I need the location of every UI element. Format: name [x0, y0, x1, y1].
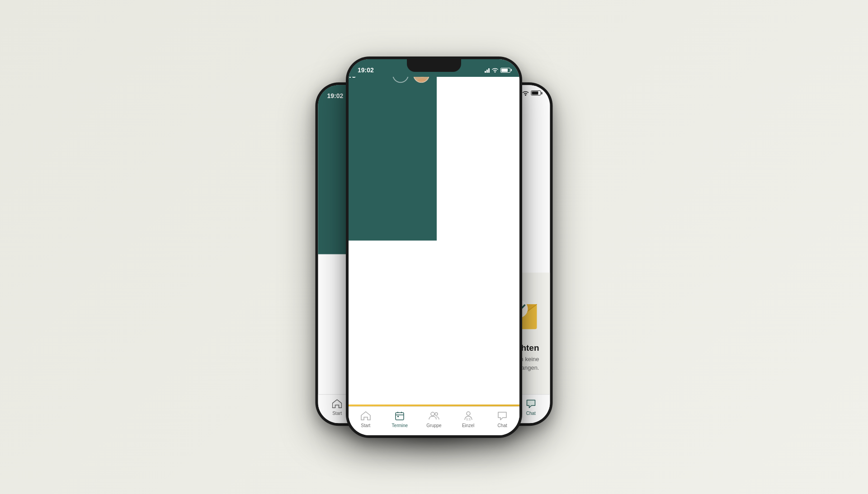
nav-einzel-center[interactable]: 1:1 Einzel: [451, 410, 486, 428]
nav-start-label-center: Start: [361, 423, 370, 428]
chat-icon-right: [524, 398, 537, 409]
nav-einzel-label-center: Einzel: [462, 423, 474, 428]
header-center: 3 Termine ?: [349, 59, 437, 241]
chat-icon-center: [496, 410, 509, 421]
nav-chat-label-center: Chat: [498, 423, 507, 428]
wifi-right: [522, 90, 529, 96]
time-center: 19:02: [358, 66, 374, 74]
status-icons-center: [485, 67, 510, 73]
einzel-icon-center: 1:1: [462, 410, 475, 421]
home-icon-left: [331, 398, 344, 409]
svg-rect-18: [397, 416, 399, 417]
svg-point-23: [525, 94, 526, 96]
nav-termine-center[interactable]: Termine: [383, 410, 417, 428]
svg-point-20: [435, 413, 438, 415]
center-phone: 19:02: [346, 56, 522, 438]
notch-center: [407, 59, 461, 72]
battery-center: [500, 68, 510, 73]
wifi-center: [491, 67, 499, 73]
nav-termine-label-center: Termine: [392, 423, 408, 428]
bottom-nav-center: Start Termine Gruppe 1:1: [349, 406, 519, 435]
svg-rect-17: [396, 413, 404, 420]
nav-gruppe-label-center: Gruppe: [426, 423, 441, 428]
nav-start-label-left: Start: [332, 411, 342, 416]
time-left: 19:02: [327, 92, 344, 99]
nav-chat-center[interactable]: Chat: [485, 410, 519, 428]
svg-point-19: [431, 412, 434, 416]
svg-point-13: [495, 71, 496, 73]
svg-text:1:1: 1:1: [466, 418, 471, 421]
battery-right: [531, 91, 541, 96]
nav-chat-label-right: Chat: [526, 411, 536, 416]
signal-center: [485, 67, 490, 73]
nav-start-center[interactable]: Start: [349, 410, 383, 428]
nav-gruppe-center[interactable]: Gruppe: [417, 410, 451, 428]
gruppe-icon-center: [428, 410, 440, 421]
svg-point-21: [467, 412, 470, 415]
header-title-left: Max Müller: [318, 102, 336, 111]
calendar-icon-center: [393, 410, 406, 421]
home-icon-center: [359, 410, 372, 421]
